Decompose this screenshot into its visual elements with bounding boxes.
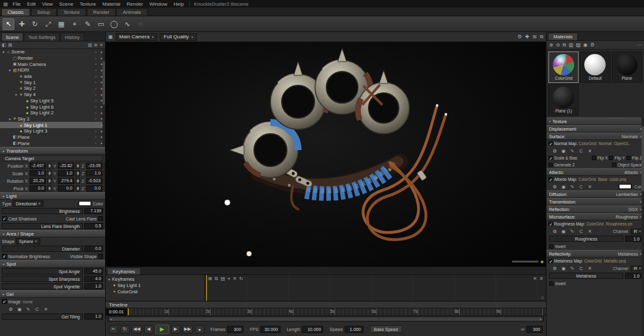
normal-map-value[interactable]: ColorGrid_Normal_OpenGL [579,141,642,146]
remove-button[interactable]: ✕ [587,266,593,271]
shape-dropdown[interactable]: Sphere▾ [16,238,40,244]
tree-item-ada[interactable]: ☀ada▪● [0,73,105,80]
viewport-move-icon[interactable]: ✚ [525,34,530,40]
jump-start-button[interactable]: ◀◀ [131,325,142,333]
pivot-x-field[interactable]: 0.0 [30,185,46,192]
module-value[interactable]: Metalness [618,252,638,256]
lock-icon[interactable]: ▪ [93,123,99,127]
pivot-z-field[interactable]: 0.0 [86,185,103,192]
light-color-swatch[interactable] [79,201,91,206]
tree-item-sky-light-1[interactable]: ●Sky Light 1▪● [0,122,105,128]
quality-dropdown[interactable]: Full Quality▾ [160,33,197,41]
tree-item-sky-light-2[interactable]: ●Sky Light 2▪● [0,110,105,116]
spot-angle-slider[interactable]: Spot Angle [2,268,83,274]
menu-file[interactable]: File [9,1,24,7]
lens-flare-slider[interactable]: Lens Flare Strength [2,223,83,229]
scale-tool[interactable]: ⤢ [42,18,54,30]
roughness-map-checkbox[interactable]: ✓ [548,222,553,226]
menu-window[interactable]: Window [147,1,170,7]
spot-vignette-field[interactable]: 1.0 [84,283,103,290]
module-value[interactable]: Albedo [625,170,638,175]
timeline-ruler[interactable]: 1s 2s 3s 4s 5s 6s 7s 8s 9s [127,308,546,316]
diffusion-header[interactable]: Diffusion:Lambertian▾ [547,190,644,198]
spot-section-header[interactable]: ▾Spot [0,260,105,268]
marquee-rect-tool[interactable]: ▭ [95,18,107,30]
generate-z-checkbox[interactable] [548,163,553,167]
tab-render[interactable]: Render [87,8,116,16]
scale-bias-checkbox[interactable]: ✓ [548,156,553,160]
menu-material[interactable]: Material [99,1,123,7]
tree-item-render[interactable]: ▢Render▪● [0,55,105,62]
jump-end-button[interactable]: ▶▶ [182,325,193,333]
tab-setup[interactable]: Setup [31,8,57,16]
lock-icon[interactable]: ▪ [93,129,99,133]
tree-item-sky-light-3[interactable]: ●Sky Light 3▪● [0,128,105,134]
key-target-icon[interactable]: ⌖ [228,276,230,282]
lock-icon[interactable]: ▪ [93,99,99,102]
module-value[interactable]: Normals [621,134,638,139]
knuckle-duster-model[interactable] [106,42,546,266]
zoom-icon[interactable]: ◉ [560,148,567,154]
normal-map-checkbox[interactable]: ✓ [548,141,553,146]
light-widget-1[interactable] [225,200,230,205]
new-folder-icon[interactable]: ▨ [88,43,92,48]
menu-help[interactable]: Help [170,1,187,7]
filter-icon[interactable]: ◧ [2,43,6,48]
roughness-value[interactable]: 1.0 [625,236,641,242]
stepper[interactable] [75,178,80,184]
surface-header[interactable]: Surface:Normals▾ [547,133,644,140]
lock-icon[interactable]: ▪ [93,62,99,66]
light-section-header[interactable]: ▾Light [0,192,105,200]
gear-icon[interactable]: ⚙ [552,229,558,234]
length-input[interactable]: 10.000 [302,326,323,333]
clear-button[interactable]: C [578,148,584,154]
tab-scene[interactable]: Scene [1,33,23,41]
caret-icon[interactable]: ▾ [1,50,6,54]
pivot-tool[interactable]: ⌖ [69,18,80,30]
lock-icon[interactable]: ▪ [93,93,99,97]
lock-icon[interactable]: ▪ [93,68,99,72]
transform-tool[interactable]: ▦ [55,18,67,30]
caret-icon[interactable]: ▾ [14,92,18,97]
tab-animate[interactable]: Animate [116,8,147,16]
rotation-z-field[interactable]: -0.523 [86,178,103,184]
metalness-slider[interactable]: Metalness [549,273,623,279]
link-icon[interactable]: ∞ [521,327,525,332]
viewport-settings-icon[interactable]: ⚙ [518,34,522,40]
material-library-icon[interactable]: ▥ [569,42,574,48]
light-type-dropdown[interactable]: Directional▾ [13,200,43,207]
tree-item-scene[interactable]: ▾⌂Scene▪● [0,49,105,55]
position-z-field[interactable]: -23.05 [86,163,103,169]
material-default[interactable]: Default [580,51,610,83]
keyframes-item-sky-light-1[interactable]: ●Sky Light 1 [106,282,204,288]
spot-sharpness-slider[interactable]: Spot Sharpness [2,276,83,282]
timeline-playhead[interactable] [128,308,129,315]
diameter-field[interactable]: 0.0 [84,246,103,252]
stepper[interactable] [47,163,52,169]
lens-flare-field[interactable]: 0.5 [84,223,103,229]
zoom-icon[interactable]: ◉ [560,229,567,234]
tree-item-sky-2[interactable]: ☀Sky 2▪● [0,85,105,92]
material-plane[interactable]: Plane [612,51,642,83]
tab-texture[interactable]: Texture [57,8,86,16]
material-folder-icon[interactable]: ▨ [576,42,581,48]
area-shape-section-header[interactable]: ▾Area / Shape [0,230,105,237]
timeline-header[interactable]: Timeline [106,301,546,308]
translate-tool[interactable]: ✚ [16,18,28,30]
loop-frames-input[interactable]: 300 [526,326,543,333]
keyframes-lanes[interactable]: ⊞ ⧉ ▤ ⌖ ✕ ↻ ✕ # ⌂ [205,275,546,301]
new-material-icon[interactable]: ⊕ [549,42,553,48]
add-object-icon[interactable]: ⊕ [94,43,97,48]
lock-icon[interactable]: ▪ [93,80,99,84]
app-icon[interactable]: ▦ [2,1,9,7]
remove-button[interactable]: ✕ [587,184,593,190]
tree-item-sky-light-6[interactable]: ●Sky Light 6▪● [0,104,105,110]
diameter-slider[interactable]: Diameter [2,246,83,252]
zoom-icon[interactable]: ◉ [560,266,567,271]
frame-number-toggle-icon[interactable]: # [540,276,543,281]
paste-key-icon[interactable]: ▤ [221,276,225,281]
lock-icon[interactable]: ▪ [93,141,99,145]
reflection-header[interactable]: Reflection:GGX▾ [547,205,644,213]
normalize-brightness-checkbox[interactable]: ✓ [2,254,7,259]
tree-item-sky-3[interactable]: ▾☀Sky 3▪● [0,116,105,122]
